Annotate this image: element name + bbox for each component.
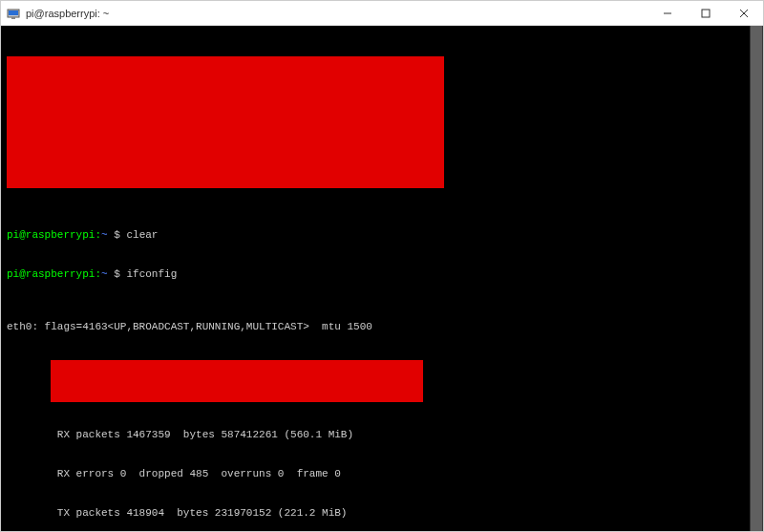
cmd-clear: clear [126, 229, 158, 241]
terminal-area[interactable]: pi@raspberrypi:~ $ clear pi@raspberrypi:… [1, 26, 763, 531]
maximize-button[interactable] [687, 1, 725, 25]
titlebar-left: pi@raspberrypi: ~ [7, 7, 109, 20]
redacted-block [7, 56, 444, 188]
svg-rect-1 [9, 11, 18, 15]
eth0-header: eth0: flags=4163<UP,BROADCAST,RUNNING,MU… [7, 321, 757, 334]
cmd-ifconfig: ifconfig [126, 268, 177, 280]
minimize-button[interactable] [648, 1, 687, 25]
eth0-tx-packets: TX packets 418904 bytes 231970152 (221.2… [7, 507, 757, 521]
prompt-path: ~ [101, 229, 108, 241]
window-title: pi@raspberrypi: ~ [26, 8, 109, 19]
prompt-line: pi@raspberrypi:~ $ ifconfig [7, 268, 757, 282]
svg-rect-4 [702, 10, 710, 17]
putty-icon [7, 7, 20, 20]
svg-rect-2 [11, 17, 15, 19]
eth0-rx-errors: RX errors 0 dropped 485 overruns 0 frame… [7, 468, 757, 481]
prompt-line: pi@raspberrypi:~ $ clear [7, 229, 757, 243]
redacted-block [51, 360, 423, 402]
close-button[interactable] [725, 1, 763, 25]
eth0-rx-packets: RX packets 1467359 bytes 587412261 (560.… [7, 429, 757, 442]
prompt-userhost: pi@raspberrypi [7, 229, 95, 241]
scrollbar-thumb[interactable] [751, 26, 762, 531]
titlebar[interactable]: pi@raspberrypi: ~ [1, 1, 763, 26]
titlebar-controls [648, 1, 763, 25]
scrollbar[interactable] [750, 26, 763, 531]
putty-window: pi@raspberrypi: ~ pi@raspberrypi:~ $ cle… [0, 0, 764, 532]
